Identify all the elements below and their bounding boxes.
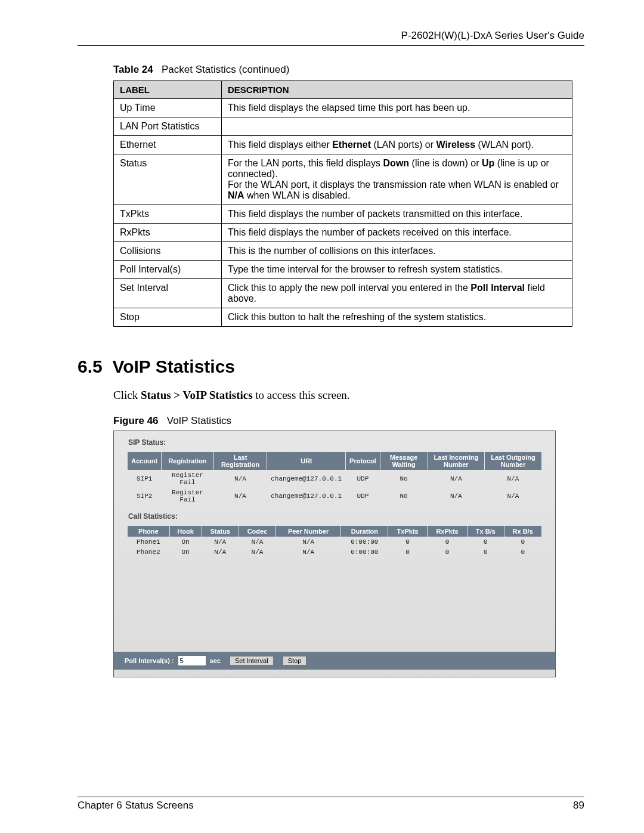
table24-caption: Table 24 Packet Statistics (continued) [113,64,584,76]
call-header: Duration [341,526,388,537]
sip-cell: changeme@127.0.0.1 [267,488,345,504]
sip-status-table: AccountRegistrationLast RegistrationURIP… [127,451,542,505]
table-row: EthernetThis field displays either Ether… [114,136,572,154]
call-cell: N/A [239,547,275,557]
sip-cell: Register Fail [162,470,213,487]
call-cell: Phone2 [128,547,169,557]
table-cell-desc: This field displays the number of packet… [222,205,572,224]
call-cell: N/A [239,537,275,547]
call-cell: Phone1 [128,537,169,547]
table-cell-desc: For the LAN ports, this field displays D… [222,154,572,205]
table-row: Up TimeThis field displays the elapsed t… [114,99,572,117]
sip-header: Protocol [346,452,380,470]
sip-cell: No [380,488,428,504]
call-header: Codec [239,526,275,537]
poll-interval-input[interactable] [178,655,206,666]
table24-caption-text: Packet Statistics (continued) [162,64,289,75]
sip-header: Last Registration [214,452,267,470]
table-cell-desc: This is the number of collisions on this… [222,242,572,261]
sip-cell: changeme@127.0.0.1 [267,470,345,487]
table-cell-label: TxPkts [114,205,222,224]
call-cell: 0 [504,547,541,557]
table-cell-label: Status [114,154,222,205]
poll-interval-unit: sec [210,657,221,664]
table-cell-label: Set Interval [114,279,222,308]
table-row: StatusFor the LAN ports, this field disp… [114,154,572,205]
call-header: RxPkts [428,526,467,537]
call-cell: N/A [202,547,239,557]
figure46-caption-text: VoIP Statistics [167,415,231,426]
table-cell-desc: Type the time interval for the browser t… [222,261,572,279]
call-cell: 0 [428,537,467,547]
sip-cell: N/A [428,470,485,487]
call-cell: 0 [388,537,427,547]
call-cell: N/A [202,537,239,547]
table24: LABEL DESCRIPTION Up TimeThis field disp… [113,80,572,327]
poll-interval-bar: Poll Interval(s) : sec Set Interval Stop [114,652,555,670]
call-header: TxPkts [388,526,427,537]
poll-interval-label: Poll Interval(s) : [125,657,174,664]
stop-button[interactable]: Stop [283,656,307,665]
sip-cell: N/A [214,470,267,487]
sip-cell: UDP [346,488,380,504]
table-cell-label: Stop [114,308,222,327]
call-header: Hook [170,526,202,537]
table24-head-desc: DESCRIPTION [222,81,572,99]
call-header: Peer Number [276,526,340,537]
table-cell-desc: This field displays the number of packet… [222,224,572,242]
set-interval-button[interactable]: Set Interval [230,656,274,665]
call-header: Phone [128,526,169,537]
section-title: VoIP Statistics [112,357,235,376]
call-statistics-label: Call Statistics: [114,510,555,523]
table-cell-label: Poll Interval(s) [114,261,222,279]
call-cell: On [170,537,202,547]
sip-header: Last Outgoing Number [485,452,541,470]
table-row: CollisionsThis is the number of collisio… [114,242,572,261]
call-statistics-table: PhoneHookStatusCodecPeer NumberDurationT… [127,525,542,558]
table-cell-desc: Click this button to halt the refreshing… [222,308,572,327]
table-cell-desc: This field displays the elapsed time thi… [222,99,572,117]
call-cell: N/A [276,547,340,557]
call-header: Status [202,526,239,537]
table-cell-label: RxPkts [114,224,222,242]
call-cell: 0:00:00 [341,547,388,557]
sip-cell: N/A [485,488,541,504]
call-cell: 0 [504,537,541,547]
sip-status-label: SIP Status: [114,436,555,449]
table-row: RxPktsThis field displays the number of … [114,224,572,242]
footer-chapter: Chapter 6 Status Screens [78,800,194,812]
table-cell-label: Collisions [114,242,222,261]
table-cell-label: Ethernet [114,136,222,154]
sip-cell: Register Fail [162,488,213,504]
call-cell: 0 [467,547,503,557]
sip-cell: SIP1 [128,470,161,487]
table-row: SIP2Register FailN/Achangeme@127.0.0.1UD… [128,488,541,504]
table-cell-desc: Click this to apply the new poll interva… [222,279,572,308]
sip-cell: SIP2 [128,488,161,504]
call-cell: 0 [467,537,503,547]
table-row: Phone2OnN/AN/AN/A0:00:000000 [128,547,541,557]
table24-caption-prefix: Table 24 [113,64,153,75]
sip-header: Registration [162,452,213,470]
sip-cell: N/A [428,488,485,504]
header-rule [78,45,584,46]
footer-rule [78,797,584,797]
table-row: TxPktsThis field displays the number of … [114,205,572,224]
table-cell-desc: This field displays either Ethernet (LAN… [222,136,572,154]
call-cell: N/A [276,537,340,547]
footer-page: 89 [573,800,584,812]
call-cell: 0 [428,547,467,557]
table-row: Phone1OnN/AN/AN/A0:00:000000 [128,537,541,547]
table-cell-label: Up Time [114,99,222,117]
sip-cell: N/A [485,470,541,487]
sip-header: Account [128,452,161,470]
call-cell: 0 [388,547,427,557]
call-header: Rx B/s [504,526,541,537]
section-paragraph: Click Status > VoIP Statistics to access… [113,389,584,402]
table-cell-label: LAN Port Statistics [114,117,222,136]
section-number: 6.5 [78,357,103,376]
table-cell-desc [222,117,572,136]
table-row: LAN Port Statistics [114,117,572,136]
sip-header: Last Incoming Number [428,452,485,470]
call-cell: 0:00:00 [341,537,388,547]
